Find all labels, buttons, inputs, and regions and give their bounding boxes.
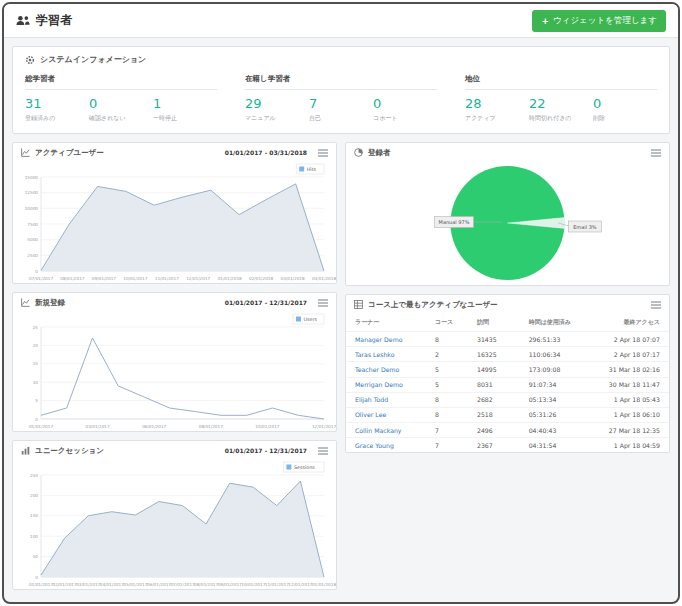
svg-text:09/01/2017: 09/01/2017 — [92, 276, 116, 281]
svg-text:20: 20 — [33, 343, 39, 348]
learner-link[interactable]: Taras Leshko — [346, 347, 430, 362]
stat-group-enrolled-learners: 在籍し学習者 29 マニュアル 7 自己 0 コホート — [245, 74, 437, 123]
learner-link[interactable]: Elijah Todd — [346, 392, 430, 407]
svg-text:01/01/2018: 01/01/2018 — [218, 276, 242, 281]
stat: 31 登録済みの — [25, 97, 89, 123]
widget-most-active-users: コース上で最もアクティブなユーザー ラーナーコース訪問時間は使用済み最終アクセス… — [345, 294, 670, 454]
table-cell: 1 Apr 18 06:10 — [598, 407, 669, 422]
stat: 0 コホート — [373, 97, 437, 123]
table-cell: 296:51:33 — [524, 331, 598, 346]
column-header[interactable]: 最終アクセス — [598, 315, 669, 332]
active-users-chart: 025005000750010000125001500007/01/201708… — [13, 161, 336, 283]
group-heading: 総学習者 — [25, 74, 217, 90]
svg-text:01/01/2017: 01/01/2017 — [29, 582, 53, 587]
svg-text:15000: 15000 — [25, 175, 39, 180]
table-cell: 05:31:26 — [524, 407, 598, 422]
learner-link[interactable]: Oliver Lee — [346, 407, 430, 422]
svg-text:5: 5 — [35, 398, 38, 403]
menu-icon[interactable] — [318, 149, 328, 157]
svg-text:08/01/2017: 08/01/2017 — [194, 582, 218, 587]
svg-text:03/01/2017: 03/01/2017 — [86, 424, 110, 429]
widget-header: コース上で最もアクティブなユーザー — [346, 295, 669, 313]
column-header[interactable]: ラーナー — [346, 315, 430, 332]
table-cell: 27 Mar 18 12:35 — [598, 423, 669, 438]
table-cell: 2496 — [472, 423, 524, 438]
menu-icon[interactable] — [651, 301, 661, 309]
unique-sessions-chart: 05010015020025001/01/201702/01/201703/01… — [13, 459, 336, 589]
table-row: Taras Leshko216325110:06:342 Apr 18 07:1… — [346, 347, 669, 362]
menu-icon[interactable] — [651, 149, 661, 157]
content-area: システムインフォメーション 総学習者 31 登録済みの 0 確認されない — [4, 38, 678, 604]
svg-text:01/01/2018: 01/01/2018 — [312, 582, 336, 587]
svg-text:Hits: Hits — [307, 167, 317, 172]
svg-text:11/01/2017: 11/01/2017 — [265, 582, 289, 587]
page-header: 学習者 + ウィジェットを管理します — [4, 4, 678, 38]
column-header[interactable]: コース — [430, 315, 472, 332]
svg-text:09/01/2017: 09/01/2017 — [218, 582, 242, 587]
system-info-title: システムインフォメーション — [40, 54, 146, 65]
column-header[interactable]: 時間は使用済み — [524, 315, 598, 332]
stat-label: 登録済みの — [25, 114, 89, 123]
learner-link[interactable]: Teacher Demo — [346, 362, 430, 377]
table-cell: 2682 — [472, 392, 524, 407]
table-cell: 8031 — [472, 377, 524, 392]
stat-value: 0 — [593, 97, 657, 112]
table-row: Elijah Todd8268205:13:341 Apr 18 05:43 — [346, 392, 669, 407]
svg-text:08/01/2017: 08/01/2017 — [60, 276, 84, 281]
table-cell: 1 Apr 18 04:59 — [598, 438, 669, 453]
most-active-table-body: Manager Demo831435296:51:332 Apr 18 07:0… — [346, 331, 669, 452]
svg-text:04/01/2018: 04/01/2018 — [312, 276, 336, 281]
table-cell: 8 — [430, 392, 472, 407]
table-cell: 04:31:54 — [524, 438, 598, 453]
manage-widgets-button[interactable]: + ウィジェットを管理します — [532, 10, 666, 32]
table-cell: 31435 — [472, 331, 524, 346]
learner-link[interactable]: Collin Mackany — [346, 423, 430, 438]
column-header[interactable]: 訪問 — [472, 315, 524, 332]
system-info-header: システムインフォメーション — [25, 54, 657, 65]
stat: 29 マニュアル — [245, 97, 309, 123]
table-row: Teacher Demo514995173:09:0831 Mar 18 02:… — [346, 362, 669, 377]
stat-value: 22 — [529, 97, 593, 112]
table-cell: 2 Apr 18 07:17 — [598, 347, 669, 362]
svg-text:50: 50 — [33, 554, 39, 559]
table-header-row: ラーナーコース訪問時間は使用済み最終アクセス — [346, 315, 669, 332]
menu-icon[interactable] — [318, 447, 328, 455]
stat-group-total-learners: 総学習者 31 登録済みの 0 確認されない 1 一時停止 — [25, 74, 217, 123]
app-window: 学習者 + ウィジェットを管理します システムインフォメーション 総学習者 31 — [2, 2, 680, 604]
widget-title: 登録者 — [368, 148, 391, 158]
table-row: Collin Mackany7249604:40:4327 Mar 18 12:… — [346, 423, 669, 438]
svg-text:10: 10 — [33, 380, 39, 385]
svg-text:0: 0 — [35, 269, 38, 274]
table-row: Merrigan Demo5803191:07:3430 Mar 18 11:4… — [346, 377, 669, 392]
table-cell: 30 Mar 18 11:47 — [598, 377, 669, 392]
svg-text:11/01/2017: 11/01/2017 — [155, 276, 179, 281]
stat-value: 0 — [373, 97, 437, 112]
learner-link[interactable]: Merrigan Demo — [346, 377, 430, 392]
table-cell: 8 — [430, 331, 472, 346]
menu-icon[interactable] — [318, 299, 328, 307]
table-cell: 1 Apr 18 05:43 — [598, 392, 669, 407]
table-cell: 14995 — [472, 362, 524, 377]
table-cell: 7 — [430, 423, 472, 438]
table-cell: 5 — [430, 377, 472, 392]
table-cell: 05:13:34 — [524, 392, 598, 407]
table-row: Manager Demo831435296:51:332 Apr 18 07:0… — [346, 331, 669, 346]
widget-title: アクティブユーザー — [35, 148, 104, 158]
svg-text:02/01/2017: 02/01/2017 — [53, 582, 77, 587]
stat-label: コホート — [373, 114, 437, 123]
svg-text:12500: 12500 — [25, 190, 39, 195]
most-active-table: ラーナーコース訪問時間は使用済み最終アクセス Manager Demo83143… — [346, 315, 669, 453]
system-info-groups: 総学習者 31 登録済みの 0 確認されない 1 一時停止 — [25, 74, 657, 123]
table-cell: 7 — [430, 438, 472, 453]
table-cell: 16325 — [472, 347, 524, 362]
svg-text:06/01/2017: 06/01/2017 — [147, 582, 171, 587]
table-cell: 2 — [430, 347, 472, 362]
manage-widgets-label: ウィジェットを管理します — [553, 15, 657, 27]
gear-icon — [25, 55, 35, 65]
stat: 1 一時停止 — [153, 97, 217, 123]
svg-text:Manual 97%: Manual 97% — [439, 219, 470, 225]
svg-text:10/01/2017: 10/01/2017 — [241, 582, 265, 587]
learner-link[interactable]: Manager Demo — [346, 331, 430, 346]
stat-label: 一時停止 — [153, 114, 217, 123]
learner-link[interactable]: Grace Young — [346, 438, 430, 453]
